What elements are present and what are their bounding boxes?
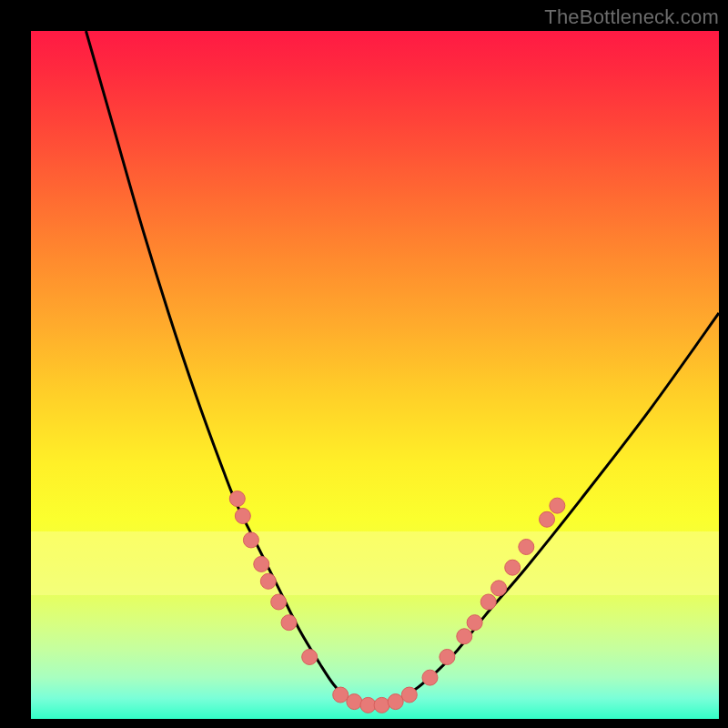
bottleneck-curve [86, 31, 719, 705]
curve-marker [235, 508, 250, 523]
curve-marker [422, 670, 438, 685]
curve-markers [229, 491, 565, 713]
curve-marker [333, 687, 349, 703]
curve-marker [260, 573, 276, 589]
curve-marker [401, 687, 417, 703]
curve-marker [550, 498, 565, 513]
curve-marker [540, 511, 555, 527]
chart-frame: TheBottleneck.com [0, 0, 728, 728]
curve-marker [388, 694, 403, 710]
curve-marker [505, 560, 521, 575]
curve-marker [243, 532, 258, 548]
curve-marker [254, 556, 269, 571]
curve-marker [440, 649, 455, 664]
curve-marker [360, 697, 376, 713]
curve-marker [347, 694, 362, 710]
curve-marker [302, 649, 318, 664]
chart-svg [31, 31, 719, 719]
curve-marker [480, 594, 496, 610]
curve-marker [467, 615, 482, 631]
curve-marker [519, 540, 534, 555]
curve-marker [271, 594, 287, 610]
watermark-text: TheBottleneck.com [544, 5, 719, 29]
curve-marker [374, 697, 389, 713]
curve-marker [281, 615, 297, 631]
curve-marker [457, 629, 472, 644]
curve-marker [229, 491, 245, 507]
plot-area [31, 31, 719, 719]
curve-marker [491, 581, 507, 596]
